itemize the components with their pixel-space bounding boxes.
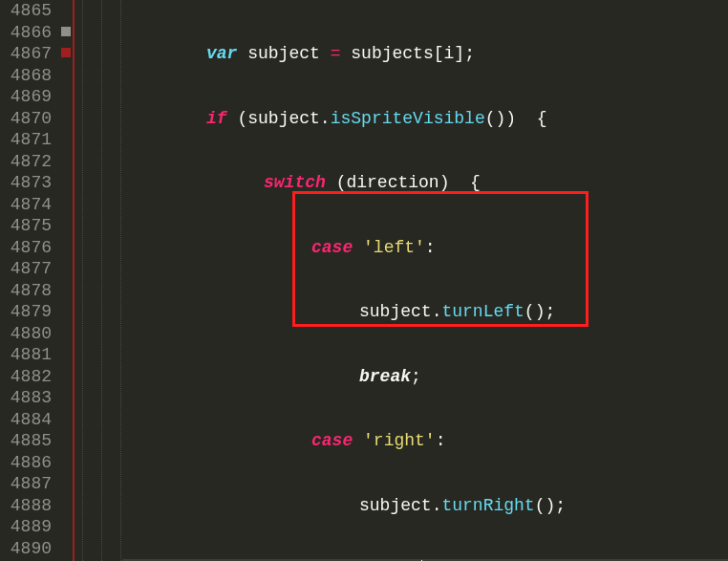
line-number: 4865	[4, 0, 52, 22]
line-number: 4872	[4, 151, 52, 173]
line-number: 4882	[4, 366, 52, 388]
fold-marker-icon[interactable]	[61, 27, 71, 36]
line-number: 4888	[4, 495, 52, 517]
line-number: 4883	[4, 387, 52, 409]
indent-guides	[75, 0, 122, 561]
line-number: 4871	[4, 129, 52, 151]
fold-marker-icon[interactable]	[61, 48, 71, 57]
line-number: 4886	[4, 452, 52, 474]
line-number: 4881	[4, 344, 52, 366]
line-number: 4885	[4, 430, 52, 452]
line-number: 4880	[4, 323, 52, 345]
code-line: var subject = subjects[i];	[122, 43, 728, 65]
line-number: 4889	[4, 516, 52, 538]
line-number: 4890	[4, 538, 52, 560]
code-line: subject.turnLeft();	[122, 301, 728, 323]
code-line: switch (direction) {	[122, 172, 728, 194]
line-number: 4879	[4, 301, 52, 323]
code-line: case 'left':	[122, 237, 728, 259]
line-number-gutter: 4865 4866 4867 4868 4869 4870 4871 4872 …	[0, 0, 59, 561]
line-number: 4884	[4, 409, 52, 431]
code-area[interactable]: var subject = subjects[i]; if (subject.i…	[122, 0, 728, 561]
code-editor[interactable]: 4865 4866 4867 4868 4869 4870 4871 4872 …	[0, 0, 728, 561]
line-number: 4870	[4, 108, 52, 130]
line-number: 4866	[4, 22, 52, 44]
line-number: 4887	[4, 473, 52, 495]
fold-column	[59, 0, 75, 561]
code-line: break;	[122, 366, 728, 388]
code-line: subject.turnRight();	[122, 495, 728, 517]
line-number: 4876	[4, 237, 52, 259]
line-number: 4875	[4, 215, 52, 237]
code-line: case 'right':	[122, 430, 728, 452]
line-number: 4877	[4, 258, 52, 280]
line-number: 4867	[4, 43, 52, 65]
code-line: if (subject.isSpriteVisible()) {	[122, 108, 728, 130]
line-number: 4868	[4, 65, 52, 87]
line-number: 4874	[4, 194, 52, 216]
line-number: 4873	[4, 172, 52, 194]
line-number: 4869	[4, 86, 52, 108]
line-number: 4878	[4, 280, 52, 302]
